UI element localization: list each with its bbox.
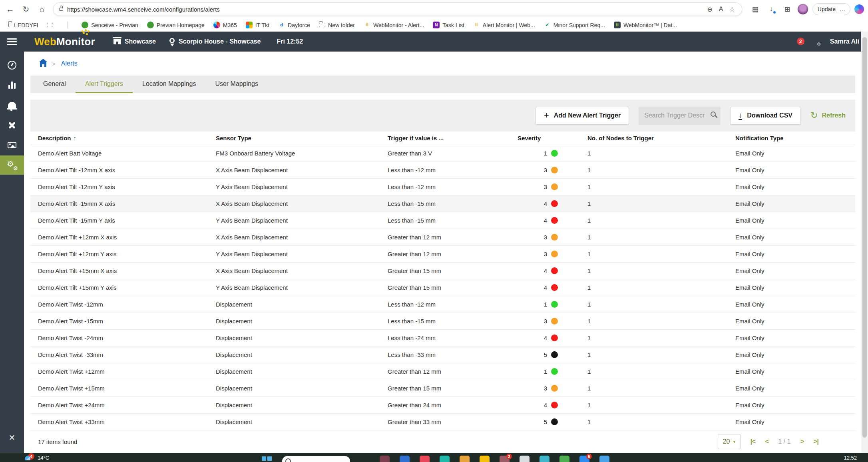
taskbar-app-icon[interactable]: 2 [500,456,510,462]
menu-hamburger-icon[interactable] [0,37,24,47]
taskbar-app-icon[interactable] [420,456,430,462]
table-row[interactable]: Demo Alert Tilt +12mm Y axis Y Axis Beam… [30,246,855,263]
taskbar-app-icon[interactable]: 6 [579,456,589,462]
tab[interactable]: User Mappings [205,76,268,93]
sidebar-item-tools[interactable] [0,116,24,135]
tab[interactable]: Alert Triggers [76,76,133,93]
url-text[interactable]: https://showcase.wm4.senceive.com/config… [67,6,704,13]
page-size-select[interactable]: 20 ▾ [718,434,741,449]
taskbar-app-icon[interactable] [559,456,569,462]
table-row[interactable]: Demo Alert Tilt +12mm X axis X Axis Beam… [30,229,855,246]
table-row[interactable]: Demo Alert Twist -33mm Displacement Less… [30,346,855,363]
table-row[interactable]: Demo Alert Tilt +15mm Y axis Y Axis Beam… [30,279,855,296]
home-icon[interactable]: ⌂ [35,2,49,16]
taskbar-app-icon[interactable] [599,456,609,462]
previous-page-button[interactable]: < [765,438,768,446]
table-row[interactable]: Demo Alert Tilt -15mm X axis X Axis Beam… [30,195,855,212]
table-row[interactable]: Demo Alert Tilt -12mm X axis X Axis Beam… [30,162,855,179]
bookmark-item[interactable]: ✔ Minor Support Req... [540,20,609,30]
taskbar-app-icon[interactable] [540,456,549,462]
sidebar-item-charts[interactable] [0,76,24,95]
taskbar-search[interactable] [282,456,350,462]
column-nodes[interactable]: No. of Nodes to Trigger [563,135,711,141]
copilot-icon[interactable] [854,4,864,14]
weather-widget[interactable]: 4 14°C [25,455,49,461]
bookmark-item[interactable] [43,20,60,30]
page-scrollbar[interactable] [861,32,868,453]
refresh-icon[interactable]: ↻ [19,2,33,16]
breadcrumb-current[interactable]: Alerts [61,60,78,67]
last-page-button[interactable]: >| [813,438,818,446]
profile-avatar[interactable] [797,4,808,15]
table-row[interactable]: Demo Alert Tilt -15mm Y axis Y Axis Beam… [30,212,855,229]
tab[interactable]: General [34,76,76,93]
collections-icon[interactable]: ▤ [749,3,761,15]
browser-essentials-icon[interactable]: ⊞ [781,3,793,15]
taskbar-app-icon[interactable] [380,456,390,462]
column-description[interactable]: Description↑ [30,135,192,141]
bookmark-item[interactable]: ⠿ WebMonitor - Alert... [360,20,428,30]
bookmark-item[interactable]: ⠿ WebMonitor™ | Dat... [610,20,681,30]
severity-value: 4 [544,200,547,207]
refresh-button[interactable]: ↻ Refresh [810,110,846,121]
bookmark-item[interactable]: M365 [210,20,241,30]
webmonitor-logo[interactable]: WebMonitor [34,36,95,48]
sidebar-item-alerts[interactable] [0,96,24,115]
table-row[interactable]: Demo Alert Twist +12mm Displacement Grea… [30,363,855,380]
column-trigger[interactable]: Trigger if value is ... [364,135,494,141]
user-settings-icon[interactable]: ⚙ [810,38,820,46]
location-selector[interactable]: Scorpio House - Showcase [169,38,261,45]
table-row[interactable]: Demo Alert Twist +15mm Displacement Grea… [30,380,855,397]
bookmark-item[interactable]: EDDYFI [5,20,42,30]
bookmark-item[interactable] [61,20,76,30]
add-alert-trigger-button[interactable]: + Add New Alert Trigger [536,107,629,125]
tab[interactable]: Location Mappings [133,76,205,93]
column-notification-type[interactable]: Notification Type [711,135,855,141]
bookmark-item[interactable]: d Dayforce [275,20,314,30]
sidebar-item-settings[interactable]: ⚙⚙ [0,155,24,175]
column-severity[interactable]: Severity [494,135,563,141]
download-csv-button[interactable]: ↓ Download CSV [730,107,801,125]
sidebar-item-dashboard[interactable] [0,56,24,75]
table-row[interactable]: Demo Alert Batt Voltage FM3 Onboard Batt… [30,145,855,162]
trigger-search-input[interactable] [639,107,721,125]
row-severity: 4 [494,284,563,291]
table-row[interactable]: Demo Alert Tilt +15mm X axis X Axis Beam… [30,263,855,279]
table-row[interactable]: Demo Alert Twist -12mm Displacement Less… [30,296,855,313]
taskbar-app-icon[interactable] [520,456,530,462]
update-button[interactable]: Update … [812,3,850,15]
bookmark-item[interactable]: New folder [315,20,358,30]
scrollbar-thumb[interactable] [862,37,867,438]
first-page-button[interactable]: |< [751,438,756,446]
table-row[interactable]: Demo Alert Twist +33mm Displacement Grea… [30,414,855,430]
favorite-star-icon[interactable]: ☆ [727,4,738,15]
bookmark-item[interactable]: Senceive - Previan [78,20,142,30]
bookmark-item[interactable]: ⠿ Alert Monitor | Web... [470,20,539,30]
table-row[interactable]: Demo Alert Tilt -12mm Y axis Y Axis Beam… [30,179,855,195]
next-page-button[interactable]: > [800,438,804,446]
downloads-icon[interactable]: ↓ [765,3,777,15]
search-icon[interactable] [711,112,716,117]
address-bar[interactable]: https://showcase.wm4.senceive.com/config… [53,2,742,16]
taskbar-app-icon[interactable] [440,456,450,462]
sidebar-item-gallery[interactable] [0,135,24,155]
table-row[interactable]: Demo Alert Twist -15mm Displacement Less… [30,313,855,330]
taskbar-app-icon[interactable] [480,456,490,462]
bookmark-item[interactable]: N Task List [429,20,468,30]
breadcrumb-home-icon[interactable] [40,62,46,67]
bookmark-item[interactable]: Previan Homepage [143,20,208,30]
site-selector[interactable]: Showcase [113,38,156,45]
username[interactable]: Samra Ali [830,38,859,45]
sidebar-close-icon[interactable]: ✕ [0,433,24,442]
read-aloud-icon[interactable]: A [715,4,727,15]
column-sensor-type[interactable]: Sensor Type [192,135,364,141]
more-menu-icon[interactable]: … [840,6,845,12]
table-row[interactable]: Demo Alert Twist +24mm Displacement Grea… [30,397,855,414]
bookmark-item[interactable]: IT Tkt [242,20,273,30]
zoom-out-icon[interactable]: ⊖ [704,4,715,15]
taskbar-app-icon[interactable] [400,456,410,462]
table-row[interactable]: Demo Alert Twist -24mm Displacement Less… [30,330,855,346]
taskbar-app-icon[interactable] [460,456,470,462]
back-icon[interactable]: ← [3,2,17,16]
start-button[interactable] [262,456,272,462]
